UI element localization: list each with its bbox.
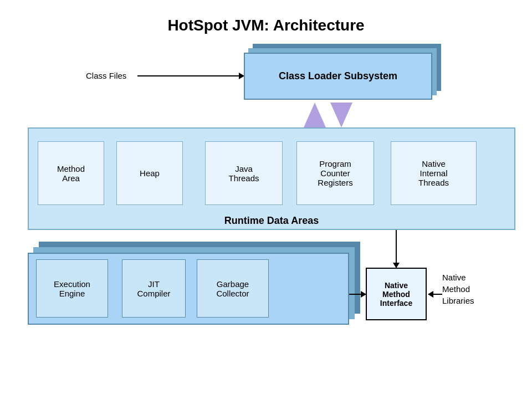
native-internal-threads-cell: NativeInternalThreads xyxy=(391,141,477,205)
nml-to-nmi-arrow xyxy=(428,294,442,295)
nmi-label: NativeMethodInterface xyxy=(380,281,412,308)
class-loader-label: Class Loader Subsystem xyxy=(279,70,397,82)
runtime-to-nmi-arrow xyxy=(396,230,397,268)
jit-compiler-cell: JITCompiler xyxy=(122,259,186,318)
arrow-up-icon xyxy=(304,103,326,127)
java-threads-cell: JavaThreads xyxy=(205,141,283,205)
program-counter-cell: ProgramCounterRegisters xyxy=(296,141,374,205)
class-loader-subsystem-box: Class Loader Subsystem xyxy=(244,53,432,100)
arrow-down-icon xyxy=(330,103,352,127)
native-method-interface-box: NativeMethodInterface xyxy=(366,268,427,320)
method-area-cell: MethodArea xyxy=(38,141,104,205)
execution-engine-cell: ExecutionEngine xyxy=(36,259,108,318)
class-files-label: Class Files xyxy=(86,71,126,80)
runtime-data-areas-label: Runtime Data Areas xyxy=(28,215,515,227)
heap-cell: Heap xyxy=(116,141,183,205)
exec-to-nmi-arrow xyxy=(349,294,366,295)
class-files-arrow xyxy=(137,75,244,76)
class-loader-runtime-arrows xyxy=(304,103,352,127)
native-method-libraries-label: NativeMethodLibraries xyxy=(442,272,474,306)
garbage-collector-cell: GarbageCollector xyxy=(197,259,269,318)
page-title: HotSpot JVM: Architecture xyxy=(0,0,532,34)
